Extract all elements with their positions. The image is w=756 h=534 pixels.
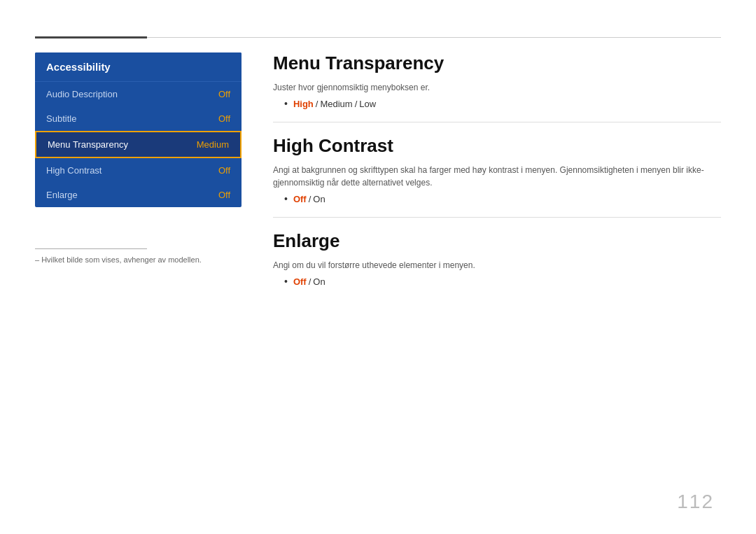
enlarge-section-title: Enlarge: [273, 230, 721, 252]
high-contrast-label: High Contrast: [46, 165, 102, 176]
top-decorative-lines: [35, 36, 721, 38]
high-contrast-desc: Angi at bakgrunnen og skrifttypen skal h…: [273, 164, 721, 189]
high-contrast-opt-off: Off: [293, 194, 307, 204]
separator-3: /: [309, 194, 312, 204]
separator-4: /: [309, 276, 312, 287]
bullet-icon-2: •: [284, 193, 288, 204]
menu-transparency-label: Menu Transparency: [48, 139, 128, 150]
menu-transparency-desc: Juster hvor gjennomsiktig menyboksen er.: [273, 81, 721, 94]
bullet-icon: •: [284, 98, 288, 109]
enlarge-opt-on: On: [313, 276, 325, 287]
audio-description-value: Off: [218, 89, 230, 99]
sidebar-item-menu-transparency[interactable]: Menu Transparency Medium: [35, 131, 241, 158]
subtitle-label: Subtitle: [46, 113, 76, 124]
high-contrast-opt-on: On: [313, 194, 325, 204]
page-number: 112: [677, 491, 714, 513]
right-content: Menu Transparency Juster hvor gjennomsik…: [273, 52, 721, 291]
audio-description-label: Audio Description: [46, 89, 118, 99]
menu-transparency-opt-low: Low: [359, 99, 376, 109]
enlarge-desc: Angi om du vil forstørre uthevede elemen…: [273, 259, 721, 272]
section-high-contrast: High Contrast Angi at bakgrunnen og skri…: [273, 135, 721, 204]
divider-1: [273, 122, 721, 122]
top-line-dark: [35, 36, 147, 38]
sidebar-item-audio-description[interactable]: Audio Description Off: [35, 82, 241, 106]
section-enlarge: Enlarge Angi om du vil forstørre utheved…: [273, 230, 721, 287]
menu-transparency-opt-medium: Medium: [320, 99, 352, 109]
separator-2: /: [355, 99, 358, 109]
menu-header: Accessibility: [35, 52, 241, 82]
sidebar-item-high-contrast[interactable]: High Contrast Off: [35, 158, 241, 183]
subtitle-value: Off: [218, 113, 230, 124]
footnote-text: – Hvilket bilde som vises, avhenger av m…: [35, 255, 202, 264]
high-contrast-options: • Off / On: [273, 193, 721, 204]
divider-2: [273, 217, 721, 218]
enlarge-options: • Off / On: [273, 276, 721, 287]
menu-transparency-options: • High / Medium / Low: [273, 98, 721, 109]
enlarge-label: Enlarge: [46, 190, 78, 200]
sidebar-item-subtitle[interactable]: Subtitle Off: [35, 106, 241, 131]
enlarge-value: Off: [218, 190, 230, 200]
high-contrast-value: Off: [218, 165, 230, 176]
accessibility-menu: Accessibility Audio Description Off Subt…: [35, 52, 241, 207]
sidebar-item-enlarge[interactable]: Enlarge Off: [35, 183, 241, 207]
enlarge-opt-off: Off: [293, 276, 307, 287]
left-panel: Accessibility Audio Description Off Subt…: [35, 52, 241, 207]
high-contrast-section-title: High Contrast: [273, 135, 721, 157]
menu-transparency-section-title: Menu Transparency: [273, 52, 721, 74]
menu-transparency-opt-high: High: [293, 99, 314, 109]
menu-transparency-value: Medium: [197, 139, 229, 150]
section-menu-transparency: Menu Transparency Juster hvor gjennomsik…: [273, 52, 721, 109]
footnote-divider: [35, 248, 147, 249]
top-line-light: [147, 37, 721, 38]
separator-1: /: [316, 99, 318, 109]
bullet-icon-3: •: [284, 276, 288, 287]
